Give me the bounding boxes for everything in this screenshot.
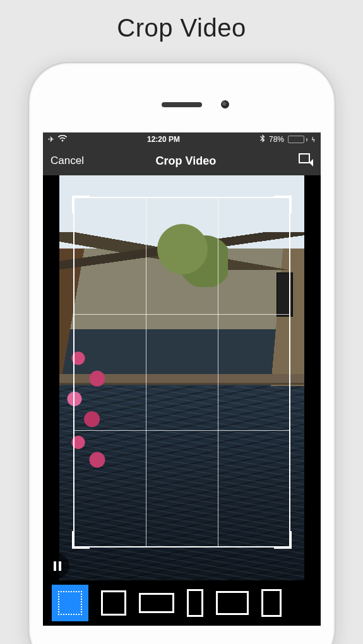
pause-icon (59, 561, 61, 571)
pause-icon (54, 561, 56, 571)
aspect-ratio-4-3[interactable] (216, 591, 249, 615)
battery-percentage: 78% (269, 135, 284, 144)
play-pause-button[interactable] (45, 554, 69, 578)
video-preview[interactable] (43, 175, 321, 580)
aspect-ratio-3-4[interactable] (261, 589, 282, 617)
crop-handle-top-left[interactable] (72, 196, 90, 213)
screen-title: Crop Video (156, 155, 217, 168)
airplane-mode-icon: ✈︎ (48, 135, 54, 144)
crop-box[interactable] (73, 197, 290, 547)
cancel-button[interactable]: Cancel (51, 155, 84, 167)
crop-confirm-icon (298, 153, 313, 169)
aspect-ratio-free[interactable] (52, 585, 88, 621)
charging-icon: ϟ (311, 136, 316, 143)
crop-handle-bottom-right[interactable] (274, 531, 292, 549)
bluetooth-icon (260, 134, 265, 144)
crop-handle-top-right[interactable] (274, 196, 292, 213)
aspect-ratio-16-9[interactable] (139, 593, 174, 613)
promo-title: Crop Video (0, 0, 363, 42)
status-bar: ✈︎ 12:20 PM 78% ϟ (43, 132, 321, 146)
video-frame (59, 175, 304, 580)
aspect-ratio-9-16[interactable] (187, 589, 203, 617)
nav-bar: Cancel Crop Video (43, 146, 321, 175)
battery-icon (288, 136, 307, 143)
aspect-ratio-toolbar (43, 580, 321, 626)
status-time: 12:20 PM (147, 135, 180, 144)
crop-handle-bottom-left[interactable] (72, 531, 90, 549)
phone-screen: ✈︎ 12:20 PM 78% ϟ Cancel Crop V (43, 132, 321, 626)
aspect-ratio-1-1[interactable] (101, 590, 126, 616)
phone-frame: ✈︎ 12:20 PM 78% ϟ Cancel Crop V (29, 63, 335, 644)
wifi-icon (58, 135, 67, 144)
confirm-crop-button[interactable] (288, 153, 313, 169)
